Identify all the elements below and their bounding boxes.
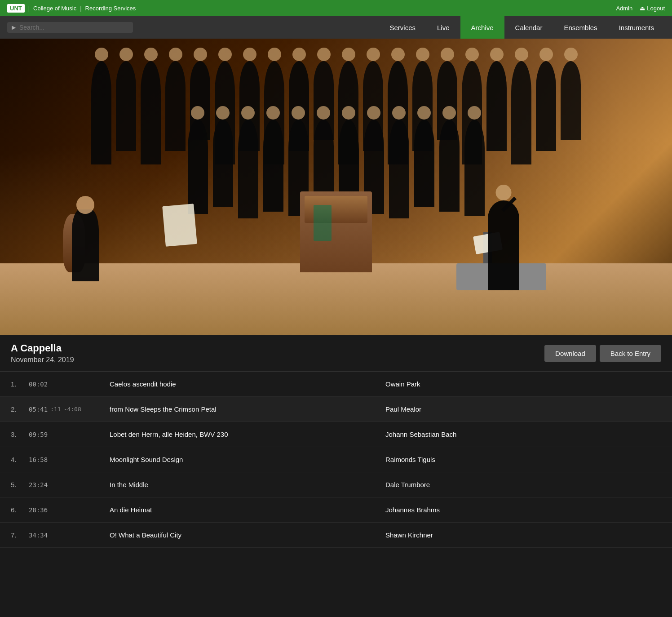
- back-to-entry-button[interactable]: Back to Entry: [600, 345, 661, 362]
- admin-link[interactable]: Admin: [616, 5, 632, 12]
- track-title: An die Heimat: [110, 506, 385, 514]
- nav-divider-1: |: [28, 5, 30, 12]
- college-link[interactable]: College of Music: [33, 5, 76, 12]
- search-container[interactable]: ▶: [7, 22, 133, 33]
- track-composer: Shawn Kirchner: [385, 531, 661, 539]
- main-nav-items: Services Live Archive Calendar Ensembles…: [379, 16, 665, 39]
- track-title: Lobet den Herrn, alle Heiden, BWV 230: [110, 431, 385, 438]
- track-timestamp: 05:41: [29, 406, 48, 413]
- download-button[interactable]: Download: [544, 345, 596, 362]
- track-timestamp: 28:36: [29, 506, 48, 514]
- nav-item-services[interactable]: Services: [379, 16, 426, 39]
- track-time-group: 00:02: [29, 381, 110, 388]
- search-arrow-icon: ▶: [12, 24, 16, 31]
- track-number: 1.: [11, 380, 29, 388]
- track-title: Caelos ascendit hodie: [110, 380, 385, 388]
- track-countdown: :11: [50, 406, 61, 413]
- track-composer: Raimonds Tiguls: [385, 456, 661, 463]
- track-row[interactable]: 6.28:36An die HeimatJohannes Brahms: [0, 497, 672, 523]
- track-number: 7.: [11, 531, 29, 539]
- track-timestamp: 23:24: [29, 481, 48, 488]
- track-number: 5.: [11, 481, 29, 488]
- track-title: from Now Sleeps the Crimson Petal: [110, 405, 385, 413]
- track-list: 1.00:02Caelos ascendit hodieOwain Park2.…: [0, 372, 672, 548]
- nav-divider-2: |: [80, 5, 81, 12]
- track-number: 2.: [11, 405, 29, 413]
- track-time-group: 16:58: [29, 456, 110, 463]
- nav-item-instruments[interactable]: Instruments: [608, 16, 665, 39]
- action-buttons: Download Back to Entry: [544, 345, 661, 362]
- logout-label: Logout: [647, 5, 665, 12]
- logout-icon: ⏏: [640, 5, 645, 12]
- track-row[interactable]: 7.34:34O! What a Beautiful CityShawn Kir…: [0, 523, 672, 548]
- conductor-figure: [488, 200, 519, 290]
- main-navigation: ▶ Services Live Archive Calendar Ensembl…: [0, 16, 672, 39]
- recording-services-link[interactable]: Recording Services: [85, 5, 136, 12]
- track-time-group: 09:59: [29, 431, 110, 438]
- organ-podium: [300, 191, 372, 272]
- track-row[interactable]: 3.09:59Lobet den Herrn, alle Heiden, BWV…: [0, 422, 672, 447]
- track-remaining: -4:08: [64, 406, 81, 413]
- track-timestamp: 09:59: [29, 431, 48, 438]
- track-title: In the Middle: [110, 481, 385, 488]
- track-timestamp: 00:02: [29, 381, 48, 388]
- track-composer: Dale Trumbore: [385, 481, 661, 488]
- concert-title: A Cappella: [11, 342, 74, 354]
- track-row[interactable]: 2.05:41:11-4:08from Now Sleeps the Crims…: [0, 397, 672, 422]
- track-number: 3.: [11, 431, 29, 438]
- logout-button[interactable]: ⏏ Logout: [640, 5, 665, 12]
- track-number: 4.: [11, 456, 29, 463]
- sheet-music: [162, 204, 197, 247]
- concert-details: A Cappella November 24, 2019: [11, 342, 74, 364]
- concert-date: November 24, 2019: [11, 356, 74, 364]
- track-composer: Johannes Brahms: [385, 506, 661, 514]
- track-number: 6.: [11, 506, 29, 514]
- nav-item-archive[interactable]: Archive: [460, 16, 504, 39]
- search-input[interactable]: [19, 24, 128, 31]
- track-timestamp: 16:58: [29, 456, 48, 463]
- track-time-group: 34:34: [29, 532, 110, 539]
- track-row[interactable]: 5.23:24In the MiddleDale Trumbore: [0, 472, 672, 497]
- concert-info-bar: A Cappella November 24, 2019 Download Ba…: [0, 335, 672, 372]
- top-navigation: UNT | College of Music | Recording Servi…: [0, 0, 672, 16]
- track-time-group: 23:24: [29, 481, 110, 488]
- video-background: [0, 39, 672, 335]
- track-title: O! What a Beautiful City: [110, 531, 385, 539]
- cellist-body: [72, 209, 99, 281]
- track-time-group: 28:36: [29, 506, 110, 514]
- track-row[interactable]: 4.16:58Moonlight Sound DesignRaimonds Ti…: [0, 447, 672, 472]
- nav-item-live[interactable]: Live: [426, 16, 460, 39]
- track-row[interactable]: 1.00:02Caelos ascendit hodieOwain Park: [0, 372, 672, 397]
- cellist-figure: [63, 191, 108, 281]
- cellist-head: [76, 196, 94, 214]
- track-composer: Paul Mealor: [385, 405, 661, 413]
- video-player[interactable]: [0, 39, 672, 335]
- top-nav-left: UNT | College of Music | Recording Servi…: [7, 4, 136, 13]
- track-time-group: 05:41:11-4:08: [29, 406, 110, 413]
- nav-item-ensembles[interactable]: Ensembles: [553, 16, 608, 39]
- nav-item-calendar[interactable]: Calendar: [504, 16, 553, 39]
- top-nav-right: Admin ⏏ Logout: [616, 5, 665, 12]
- track-composer: Owain Park: [385, 380, 661, 388]
- track-title: Moonlight Sound Design: [110, 456, 385, 463]
- track-composer: Johann Sebastian Bach: [385, 431, 661, 438]
- track-timestamp: 34:34: [29, 532, 48, 539]
- unt-logo: UNT: [7, 4, 25, 13]
